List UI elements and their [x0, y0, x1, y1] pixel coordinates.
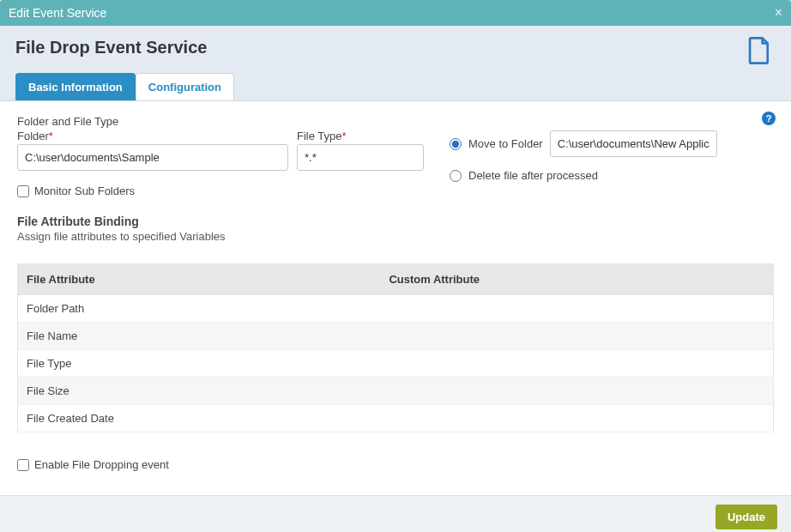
- document-icon: [746, 36, 772, 65]
- cell-file-attribute: File Created Date: [18, 405, 381, 432]
- folder-label: Folder: [17, 130, 49, 142]
- move-to-folder-row: Move to Folder: [450, 130, 774, 157]
- content-area: ? Folder and File Type Folder* File Type…: [0, 100, 791, 488]
- group-label: Folder and File Type: [17, 115, 429, 128]
- delete-after-row: Delete file after processed: [450, 169, 774, 182]
- enable-file-dropping-checkbox[interactable]: [17, 459, 29, 471]
- cell-file-attribute: File Type: [18, 350, 381, 378]
- attribute-table: File Attribute Custom Attribute Folder P…: [17, 263, 774, 432]
- tab-configuration[interactable]: Configuration: [136, 73, 234, 101]
- footer-bar: Update: [0, 495, 791, 532]
- required-mark: *: [342, 130, 347, 142]
- delete-after-radio[interactable]: [450, 170, 462, 182]
- col-custom-attribute: Custom Attribute: [380, 264, 773, 295]
- dialog-title: Edit Event Service: [9, 6, 106, 20]
- cell-file-attribute: Folder Path: [18, 295, 381, 323]
- table-row: File Name: [18, 323, 774, 350]
- move-to-folder-input[interactable]: [550, 130, 717, 157]
- monitor-subfolders-label: Monitor Sub Folders: [34, 184, 135, 197]
- move-to-folder-radio[interactable]: [450, 138, 462, 150]
- cell-file-attribute: File Name: [18, 323, 381, 350]
- folder-filetype-section: Folder and File Type Folder* File Type* …: [17, 115, 774, 197]
- page-title: File Drop Event Service: [15, 38, 207, 57]
- header-area: File Drop Event Service: [0, 26, 791, 73]
- cell-custom-attribute[interactable]: [380, 405, 773, 432]
- monitor-subfolders-row[interactable]: Monitor Sub Folders: [17, 184, 429, 197]
- table-row: File Size: [18, 378, 774, 405]
- dialog: Edit Event Service × File Drop Event Ser…: [0, 0, 791, 532]
- col-left: Folder and File Type Folder* File Type* …: [17, 115, 429, 197]
- tabs: Basic Information Configuration: [0, 73, 791, 100]
- inputs-row: [17, 144, 429, 171]
- enable-file-dropping-row[interactable]: Enable File Dropping event: [17, 458, 774, 471]
- update-button[interactable]: Update: [716, 505, 777, 529]
- folder-input[interactable]: [17, 144, 288, 171]
- cell-file-attribute: File Size: [18, 378, 381, 405]
- tab-label: Configuration: [148, 81, 221, 94]
- table-row: File Type: [18, 350, 774, 378]
- monitor-subfolders-checkbox[interactable]: [17, 185, 29, 197]
- tab-label: Basic Information: [28, 81, 123, 94]
- filetype-input[interactable]: [297, 144, 424, 171]
- table-row: File Created Date: [18, 405, 774, 432]
- cell-custom-attribute[interactable]: [380, 323, 773, 350]
- close-icon[interactable]: ×: [775, 5, 782, 21]
- delete-after-label: Delete file after processed: [468, 169, 598, 182]
- cell-custom-attribute[interactable]: [380, 378, 773, 405]
- tab-basic-information[interactable]: Basic Information: [15, 73, 136, 101]
- enable-file-dropping-label: Enable File Dropping event: [34, 458, 169, 471]
- move-to-folder-label: Move to Folder: [468, 137, 543, 150]
- required-mark: *: [49, 130, 53, 142]
- filetype-label: File Type: [297, 130, 342, 142]
- cell-custom-attribute[interactable]: [380, 295, 773, 323]
- title-bar: Edit Event Service ×: [0, 0, 791, 26]
- col-right: Move to Folder Delete file after process…: [450, 115, 774, 194]
- table-row: Folder Path: [18, 295, 774, 323]
- binding-subtitle: Assign file attributes to specified Vari…: [17, 230, 774, 243]
- binding-title: File Attribute Binding: [17, 215, 774, 228]
- cell-custom-attribute[interactable]: [380, 350, 773, 378]
- labels-row: Folder* File Type*: [17, 130, 429, 142]
- col-file-attribute: File Attribute: [18, 264, 381, 295]
- help-icon[interactable]: ?: [762, 112, 776, 125]
